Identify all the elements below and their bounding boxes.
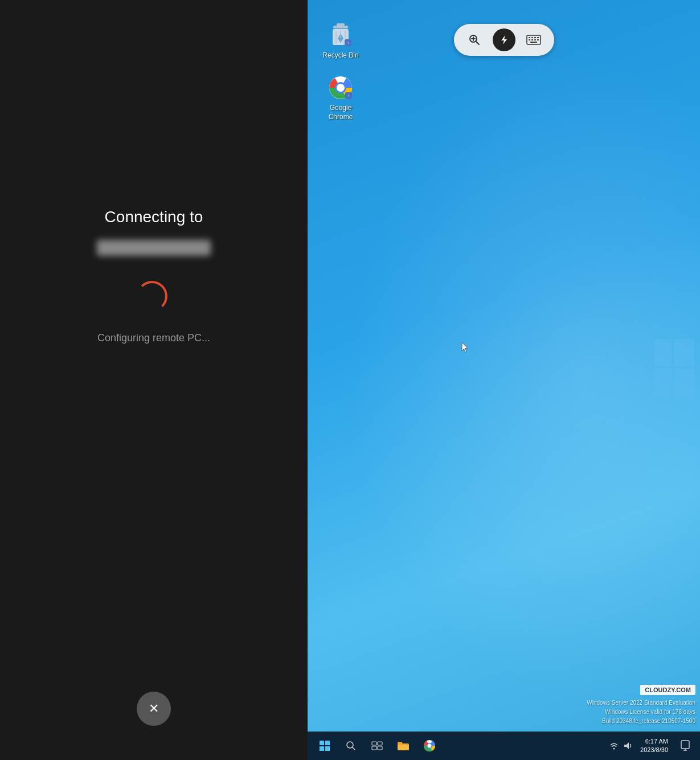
clock-date: 2023/8/30 — [640, 746, 668, 754]
keyboard-button[interactable] — [522, 28, 545, 51]
recycle-bin-image: ↑ — [327, 22, 354, 49]
recycle-bin-label: Recycle Bin — [322, 51, 358, 60]
svg-rect-8 — [534, 37, 536, 38]
svg-rect-16 — [337, 23, 345, 26]
recycle-bin-icon[interactable]: ↑ Recycle Bin — [318, 22, 363, 60]
notification-button[interactable] — [675, 733, 695, 758]
google-chrome-icon[interactable]: ↑ Google Chrome — [318, 74, 363, 121]
search-icon — [346, 741, 356, 751]
clock-time: 6:17 AM — [640, 737, 668, 746]
wifi-icon — [609, 741, 619, 750]
svg-rect-12 — [534, 39, 536, 40]
windows-logo-svg — [654, 339, 694, 402]
svg-rect-31 — [674, 369, 694, 396]
ip-address-blurred — [97, 240, 211, 256]
svg-rect-42 — [398, 745, 409, 750]
svg-point-46 — [613, 748, 615, 750]
chrome-svg: ↑ — [328, 75, 353, 100]
zoom-button[interactable] — [463, 28, 486, 51]
loading-spinner — [137, 281, 171, 315]
configuring-text: Configuring remote PC... — [97, 332, 210, 344]
file-explorer-button[interactable] — [391, 733, 416, 758]
mouse-cursor — [461, 342, 468, 352]
remote-settings-button[interactable] — [493, 28, 515, 51]
recycle-bin-svg: ↑ — [329, 22, 353, 48]
svg-rect-47 — [681, 741, 689, 749]
svg-point-45 — [428, 744, 432, 748]
connecting-content: Connecting to Configuring remote PC... — [97, 208, 211, 344]
cloudzy-badge: CLOUDZY.COM — [587, 684, 695, 698]
remote-desktop-panel: ↑ Recycle Bin — [308, 0, 700, 760]
svg-rect-41 — [378, 746, 382, 750]
svg-rect-35 — [325, 746, 330, 751]
desktop-background — [308, 0, 700, 760]
windows-info-line1: Windows Server 2022 Standard Evaluation — [587, 698, 695, 708]
start-button[interactable] — [312, 733, 337, 758]
chrome-icon-image: ↑ — [327, 74, 354, 101]
connecting-text: Connecting to — [105, 208, 203, 226]
system-tray: 6:17 AM 2023/8/30 — [608, 733, 695, 758]
chrome-taskbar-button[interactable] — [417, 733, 442, 758]
cloudzy-label: CLOUDZY.COM — [640, 685, 695, 695]
windows-info-text: Windows Server 2022 Standard Evaluation … — [587, 698, 695, 726]
cancel-button[interactable]: ✕ — [137, 692, 171, 726]
windows-watermark — [654, 339, 700, 407]
keyboard-icon — [526, 35, 541, 45]
search-button[interactable] — [338, 733, 363, 758]
svg-rect-32 — [320, 741, 324, 745]
folder-icon — [397, 741, 410, 751]
svg-rect-10 — [529, 39, 530, 40]
task-view-icon — [371, 741, 383, 750]
svg-line-37 — [353, 747, 355, 750]
svg-line-1 — [476, 42, 479, 45]
svg-text:↑: ↑ — [347, 93, 350, 99]
taskbar: 6:17 AM 2023/8/30 — [308, 732, 700, 760]
svg-rect-7 — [531, 37, 533, 38]
svg-rect-39 — [378, 742, 382, 745]
windows-info-line3: Build 20348.fe_release.210507-1500 — [587, 717, 695, 726]
task-view-button[interactable] — [365, 733, 390, 758]
svg-rect-28 — [654, 339, 672, 366]
svg-rect-38 — [372, 742, 376, 745]
svg-rect-11 — [531, 39, 533, 40]
notification-icon — [681, 740, 690, 751]
lightning-icon — [498, 34, 510, 46]
svg-rect-13 — [537, 39, 539, 40]
watermark-area: CLOUDZY.COM Windows Server 2022 Standard… — [587, 684, 695, 726]
svg-marker-4 — [501, 35, 507, 44]
chrome-taskbar-icon — [423, 739, 436, 752]
zoom-in-icon — [468, 34, 481, 46]
chrome-label: Google Chrome — [318, 104, 363, 121]
tray-icons[interactable] — [608, 733, 620, 758]
spinner-arc — [137, 281, 167, 312]
close-icon: ✕ — [149, 701, 159, 716]
svg-rect-29 — [674, 339, 694, 366]
windows-start-icon — [319, 740, 330, 751]
svg-point-25 — [337, 84, 345, 92]
svg-rect-14 — [530, 42, 537, 43]
svg-rect-6 — [529, 37, 530, 38]
svg-rect-40 — [372, 746, 376, 750]
speaker-icon — [623, 741, 632, 750]
svg-rect-34 — [320, 746, 324, 751]
svg-rect-30 — [654, 369, 672, 396]
volume-icon[interactable] — [622, 733, 633, 758]
remote-toolbar — [454, 24, 554, 56]
cursor-svg — [461, 342, 469, 353]
left-panel: Connecting to Configuring remote PC... ✕ — [0, 0, 308, 760]
windows-info-line2: Windows License valid for 178 days — [587, 708, 695, 717]
svg-rect-33 — [325, 741, 330, 745]
svg-rect-9 — [537, 37, 539, 38]
taskbar-clock[interactable]: 6:17 AM 2023/8/30 — [636, 737, 673, 755]
svg-text:↑: ↑ — [347, 40, 349, 46]
